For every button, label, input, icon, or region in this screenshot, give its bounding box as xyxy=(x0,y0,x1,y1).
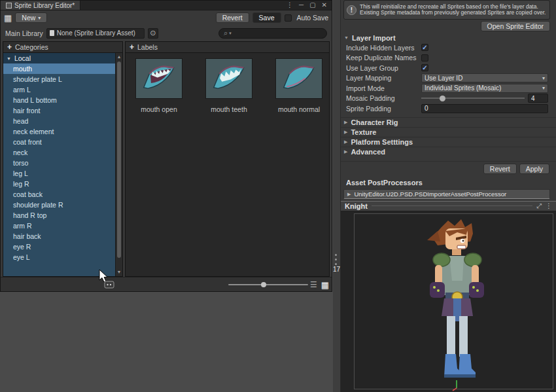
labels-grid: mouth open mouth t xyxy=(126,53,329,276)
open-sprite-editor-row: Open Sprite Editor xyxy=(341,21,556,33)
sprite-padding-field[interactable]: 0 xyxy=(421,104,548,113)
category-item[interactable]: eye R xyxy=(3,241,115,252)
include-hidden-layers-checkbox[interactable]: ✓ xyxy=(421,44,428,51)
import-help-box: ! This will reinitialize and recreate al… xyxy=(343,0,550,20)
maximize-icon[interactable]: ▢ xyxy=(309,2,315,9)
category-item[interactable]: hair back xyxy=(3,231,115,241)
chevron-down-icon: ▾ xyxy=(38,15,41,21)
labels-title: Labels xyxy=(137,43,158,51)
preview-area xyxy=(341,211,556,392)
category-item[interactable]: arm L xyxy=(3,84,115,95)
close-icon[interactable]: ✕ xyxy=(322,2,327,9)
mosaic-padding-slider[interactable] xyxy=(421,94,525,103)
label-item-mouth-open[interactable]: mouth open xyxy=(135,58,182,113)
search-filter-caret-icon: ▾ xyxy=(229,31,232,35)
tab-sprite-library-editor[interactable]: Sprite Library Editor* xyxy=(1,1,80,10)
new-button[interactable]: New ▾ xyxy=(15,12,47,23)
inspector-apply-button[interactable]: Apply xyxy=(519,164,549,174)
sprite-padding-row: Sprite Padding 0 xyxy=(341,103,556,114)
scroll-down-icon[interactable]: ▼ xyxy=(116,268,122,276)
keep-duplicate-names-label: Keep Duplicate Names xyxy=(346,54,421,62)
open-sprite-editor-label: Open Sprite Editor xyxy=(487,22,544,30)
foldout-open-icon: ▼ xyxy=(7,56,11,61)
advanced-section[interactable]: ▶ Advanced xyxy=(341,147,556,156)
drag-handle-icon[interactable] xyxy=(335,254,337,265)
preview-title: Knight xyxy=(345,202,368,210)
category-item[interactable]: mouth xyxy=(3,63,115,74)
category-item[interactable]: shoulder plate R xyxy=(3,200,115,210)
minimize-icon[interactable]: ─ xyxy=(299,2,304,9)
include-hidden-layers-label: Include Hidden Layers xyxy=(346,44,421,52)
main-library-row: Main Library None (Sprite Library Asset)… xyxy=(1,25,332,41)
object-picker-button[interactable]: ⊙ xyxy=(148,28,158,39)
inspector-apply-label: Apply xyxy=(526,165,543,173)
sprite-thumbnail-mouth-normal[interactable] xyxy=(275,58,322,99)
category-item[interactable]: torso xyxy=(3,158,115,168)
save-button[interactable]: Save xyxy=(252,12,281,23)
layer-mapping-dropdown[interactable]: Use Layer ID ▾ xyxy=(421,73,548,82)
foldout-closed-icon: ▶ xyxy=(344,139,347,145)
category-item[interactable]: neck element xyxy=(3,126,115,137)
postprocessor-item-label: UnityEditor.U2D.PSD.PSDImporterAssetPost… xyxy=(354,190,506,198)
category-item[interactable]: leg L xyxy=(3,168,115,179)
chevron-down-icon: ▾ xyxy=(542,75,545,81)
grid-view-icon[interactable]: ▦ xyxy=(321,281,329,289)
category-item[interactable]: neck xyxy=(3,147,115,158)
preview-menu-icon[interactable]: ⋮ xyxy=(546,203,552,209)
search-input[interactable]: ⌕ ▾ xyxy=(218,28,327,39)
label-caption: mouth normal xyxy=(278,105,320,113)
revert-button[interactable]: Revert xyxy=(216,12,249,23)
sprite-thumbnail-mouth-teeth[interactable] xyxy=(205,58,252,99)
category-item[interactable]: hair front xyxy=(3,105,115,116)
sprite-library-icon: ▦ xyxy=(4,14,12,22)
category-item[interactable]: head xyxy=(3,116,115,126)
categories-title: Categories xyxy=(15,43,48,51)
open-sprite-editor-button[interactable]: Open Sprite Editor xyxy=(481,21,550,31)
window-controls: ⋮ ─ ▢ ✕ xyxy=(282,1,332,10)
category-item[interactable]: hand L bottom xyxy=(3,95,115,105)
category-item[interactable]: leg R xyxy=(3,179,115,189)
sprite-thumbnail-mouth-open[interactable] xyxy=(135,58,182,99)
texture-section[interactable]: ▶ Texture xyxy=(341,127,556,137)
preview-header[interactable]: Knight ⤢ ⋮ xyxy=(341,201,556,211)
add-category-button[interactable]: + xyxy=(7,43,12,52)
category-item[interactable]: eye L xyxy=(3,252,115,262)
list-view-icon[interactable]: ☰ xyxy=(310,281,317,289)
thumbnail-zoom-slider[interactable] xyxy=(228,277,308,292)
keep-duplicate-names-checkbox[interactable]: ✓ xyxy=(421,54,428,62)
inspector-revert-button[interactable]: Revert xyxy=(483,164,517,174)
scrollbar-thumb[interactable] xyxy=(117,62,121,258)
strip-text: 17 xyxy=(333,266,340,273)
labels-panel: + Labels xyxy=(125,41,330,277)
main-library-label: Main Library xyxy=(5,29,43,37)
add-label-button[interactable]: + xyxy=(130,43,134,52)
use-layer-group-checkbox[interactable]: ✓ xyxy=(421,64,428,71)
character-rig-section[interactable]: ▶ Character Rig xyxy=(341,117,556,127)
label-item-mouth-teeth[interactable]: mouth teeth xyxy=(205,58,252,113)
preview-popout-icon[interactable]: ⤢ xyxy=(536,203,542,209)
help-text: This will reinitialize and recreate all … xyxy=(360,4,547,16)
category-item[interactable]: hand R top xyxy=(3,210,115,221)
slider-handle[interactable] xyxy=(261,282,266,287)
mosaic-padding-label: Mosaic Padding xyxy=(346,94,421,102)
window-menu-icon[interactable]: ⋮ xyxy=(287,2,293,9)
mosaic-padding-field[interactable]: 4 xyxy=(528,94,548,103)
main-library-object-field[interactable]: None (Sprite Library Asset) xyxy=(46,28,145,39)
slider-handle[interactable] xyxy=(440,96,445,101)
postprocessor-item[interactable]: ▶ UnityEditor.U2D.PSD.PSDImporterAssetPo… xyxy=(343,189,550,199)
category-item[interactable]: coat back xyxy=(3,189,115,200)
labels-header: + Labels xyxy=(126,42,329,53)
auto-save-checkbox[interactable]: ✓ xyxy=(285,14,292,22)
category-item[interactable]: coat front xyxy=(3,137,115,147)
label-item-mouth-normal[interactable]: mouth normal xyxy=(275,58,322,113)
layer-mapping-row: Layer Mapping Use Layer ID ▾ xyxy=(341,73,556,84)
category-item[interactable]: arm R xyxy=(3,221,115,231)
category-item[interactable]: shoulder plate L xyxy=(3,74,115,84)
layer-import-section[interactable]: ▼ Layer Import xyxy=(341,33,556,43)
category-group-local[interactable]: ▼ Local xyxy=(3,53,115,63)
scroll-up-icon[interactable]: ▼ xyxy=(116,53,122,61)
import-mode-dropdown[interactable]: Individual Sprites (Mosaic) ▾ xyxy=(421,84,548,93)
panel-divider-strip[interactable]: 17 xyxy=(333,0,340,392)
platform-settings-section[interactable]: ▶ Platform Setttings xyxy=(341,137,556,147)
categories-scrollbar[interactable]: ▼ ▼ xyxy=(115,53,122,276)
